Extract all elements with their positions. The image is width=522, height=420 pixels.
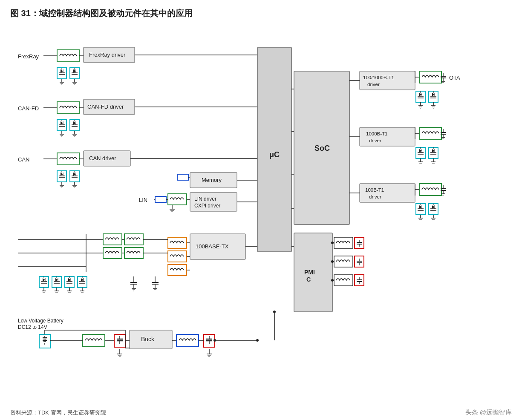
svg-text:LIN: LIN — [139, 197, 147, 203]
svg-point-348 — [273, 311, 276, 313]
diagram-area: FrexRay FrexRay driver — [10, 25, 509, 396]
svg-text:100B-T1: 100B-T1 — [365, 187, 384, 193]
svg-text:driver: driver — [367, 82, 380, 87]
svg-text:OTA: OTA — [449, 75, 460, 81]
svg-text:driver: driver — [369, 138, 381, 143]
circuit-diagram: FrexRay FrexRay driver — [10, 25, 509, 396]
svg-point-205 — [331, 260, 334, 263]
page-title: 图 31：域控制器结构图及被动元件在其中的应用 — [10, 8, 512, 19]
svg-rect-78 — [257, 47, 291, 252]
svg-text:C: C — [306, 276, 311, 283]
svg-text:Memory: Memory — [202, 177, 222, 183]
svg-text:1000B-T1: 1000B-T1 — [366, 131, 388, 136]
frexray-label: FrexRay — [18, 53, 39, 60]
svg-text:PMI: PMI — [304, 269, 315, 276]
svg-text:μC: μC — [269, 150, 280, 159]
svg-text:DC12 to 14V: DC12 to 14V — [18, 324, 47, 330]
svg-text:driver: driver — [369, 194, 381, 199]
svg-rect-214 — [360, 184, 415, 202]
svg-text:CAN: CAN — [18, 156, 29, 163]
footer-bar: 资料来源：TDK 官网，民生证券研究院 头条 @远瞻智库 — [0, 408, 522, 417]
svg-text:Buck: Buck — [141, 336, 155, 342]
svg-rect-211 — [360, 127, 415, 146]
svg-text:SoC: SoC — [314, 144, 330, 152]
footer-brand: 头条 @远瞻智库 — [465, 408, 512, 417]
svg-text:100/1000B-T1: 100/1000B-T1 — [363, 75, 394, 80]
svg-point-334 — [256, 339, 259, 342]
svg-text:LIN driver: LIN driver — [194, 196, 216, 202]
svg-text:100BASE-TX: 100BASE-TX — [196, 243, 229, 250]
svg-text:CAN driver: CAN driver — [89, 155, 116, 161]
svg-text:Low Voltage Battery: Low Voltage Battery — [18, 318, 63, 324]
page-container: 图 31：域控制器结构图及被动元件在其中的应用 FrexRay FrexRay … — [0, 0, 522, 420]
svg-text:CAN-FD: CAN-FD — [18, 105, 39, 112]
svg-point-333 — [213, 339, 216, 342]
footer-source: 资料来源：TDK 官网，民生证券研究院 — [10, 409, 106, 417]
svg-rect-208 — [360, 71, 415, 90]
svg-point-206 — [331, 279, 334, 282]
svg-text:CAN-FD driver: CAN-FD driver — [87, 104, 124, 110]
svg-text:CXPI driver: CXPI driver — [194, 203, 220, 209]
svg-text:FrexRay driver: FrexRay driver — [89, 52, 126, 58]
svg-point-204 — [331, 242, 334, 244]
